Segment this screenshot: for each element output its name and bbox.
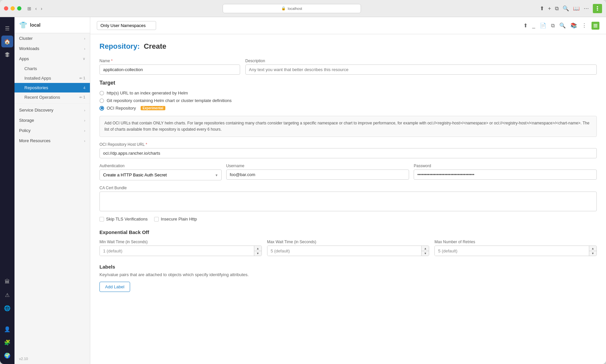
more-icon[interactable]: ⋯ xyxy=(584,5,589,12)
max-wait-spinner-btns: ▲ ▼ xyxy=(421,246,429,256)
description-input[interactable] xyxy=(245,65,597,75)
sidebar-item-service-discovery[interactable]: Service Discovery › xyxy=(14,105,90,115)
name-label: Name * xyxy=(99,59,240,63)
svg-rect-0 xyxy=(593,24,597,25)
sidebar-item-workloads[interactable]: Workloads › xyxy=(14,43,90,54)
max-retries-label: Max Number of Retries xyxy=(434,240,597,244)
url-field[interactable]: 🔒 localhost xyxy=(223,4,361,13)
sidebar-item-more-resources[interactable]: More Resources › xyxy=(14,136,90,146)
exp-row: Min Wait Time (in Seconds) ▲ ▼ Max Wait … xyxy=(99,240,597,256)
sidebar-item-workloads-label: Workloads xyxy=(19,46,39,51)
bookmark-icon[interactable]: 📚 xyxy=(570,22,577,29)
copy-icon[interactable]: ⧉ xyxy=(551,23,555,29)
sidebar-item-policy[interactable]: Policy › xyxy=(14,125,90,136)
workloads-chevron-icon: › xyxy=(84,47,85,51)
username-input[interactable] xyxy=(226,169,409,180)
checkbox-row: Skip TLS Verifications Insecure Plain Ht… xyxy=(99,217,597,221)
maximize-button[interactable] xyxy=(17,6,21,11)
sidebar-item-storage[interactable]: Storage › xyxy=(14,115,90,125)
sidebar-subitem-installed-apps-label: Installed Apps xyxy=(24,76,51,81)
new-tab-icon[interactable]: + xyxy=(548,6,551,12)
back-button[interactable]: ‹ xyxy=(34,5,38,12)
min-wait-up-button[interactable]: ▲ xyxy=(254,246,262,251)
globe-icon[interactable]: 🌍 xyxy=(1,350,13,361)
max-wait-up-button[interactable]: ▲ xyxy=(422,246,429,251)
top-search-icon[interactable]: 🔍 xyxy=(559,22,566,29)
radio-http-label: http(s) URL to an index generated by Hel… xyxy=(107,91,188,95)
page-title-text: Create xyxy=(144,42,166,50)
max-retries-input[interactable] xyxy=(435,246,589,256)
radio-http[interactable]: http(s) URL to an index generated by Hel… xyxy=(99,91,597,95)
sidebar-item-storage-label: Storage xyxy=(19,118,34,123)
max-wait-input[interactable] xyxy=(267,246,422,256)
file-icon[interactable]: 📄 xyxy=(540,22,546,29)
add-label-button[interactable]: Add Label xyxy=(99,282,130,292)
password-input[interactable] xyxy=(414,169,597,180)
rancher-logo xyxy=(593,4,602,13)
exp-section-title: Exponential Back Off xyxy=(99,229,597,235)
max-wait-label: Max Wait Time (in Seconds) xyxy=(267,240,429,244)
forward-button[interactable]: › xyxy=(40,5,44,12)
skip-tls-checkbox[interactable]: Skip TLS Verifications xyxy=(99,217,148,221)
max-retries-up-button[interactable]: ▲ xyxy=(589,246,596,251)
radio-oci[interactable]: OCI Repository Experimental xyxy=(99,106,597,111)
username-group: Username xyxy=(226,164,409,180)
max-retries-down-button[interactable]: ▼ xyxy=(589,251,596,256)
namespace-select[interactable]: Only User Namespaces xyxy=(97,21,156,30)
min-wait-input[interactable] xyxy=(100,246,254,256)
cluster-icon[interactable] xyxy=(1,49,13,61)
sidebar-item-service-discovery-label: Service Discovery xyxy=(19,108,53,113)
hamburger-menu-icon[interactable]: ☰ xyxy=(1,22,13,34)
ca-cert-input[interactable] xyxy=(99,192,597,211)
radio-oci-label: OCI Repository xyxy=(107,106,136,111)
max-wait-down-button[interactable]: ▼ xyxy=(422,251,429,256)
skip-tls-checkbox-box xyxy=(99,217,104,221)
max-retries-group: Max Number of Retries ▲ ▼ xyxy=(434,240,597,256)
name-input[interactable] xyxy=(99,65,240,75)
network-icon[interactable]: 🌐 xyxy=(1,302,13,314)
min-wait-label: Min Wait Time (in Seconds) xyxy=(99,240,262,244)
radio-git[interactable]: Git repository containing Helm chart or … xyxy=(99,98,597,103)
building-icon[interactable]: 🏛 xyxy=(1,276,13,288)
minimize-button[interactable] xyxy=(11,6,15,11)
top-bar-right: ⬆ _ 📄 ⧉ 🔍 📚 ⋮ xyxy=(523,22,599,30)
sidebar-item-apps[interactable]: Apps ∨ xyxy=(14,54,90,64)
breadcrumb-label: Repository: xyxy=(99,42,140,50)
auth-select[interactable]: Create a HTTP Basic Auth Secret xyxy=(99,169,222,180)
rancher-logo-top xyxy=(592,22,599,30)
warning-icon[interactable]: ⚠ xyxy=(1,289,13,301)
tabs-icon[interactable]: ⧉ xyxy=(555,6,559,12)
terminal-icon[interactable]: _ xyxy=(532,23,535,29)
radio-git-label: Git repository containing Helm chart or … xyxy=(107,98,232,103)
sidebar-subitem-recent-ops[interactable]: Recent Operations ⇐ 1 xyxy=(14,92,90,102)
description-label: Description xyxy=(245,59,597,63)
search-icon[interactable]: 🔍 xyxy=(563,5,569,12)
sidebar-subitem-repositories[interactable]: Repositories 4 xyxy=(14,83,90,92)
labels-description: Key/value pairs that are attached to obj… xyxy=(99,272,597,277)
nav-controls: ⊞ ‹ › xyxy=(26,5,43,12)
insecure-plain-checkbox[interactable]: Insecure Plain Http xyxy=(154,217,197,221)
oci-host-input[interactable] xyxy=(99,148,597,158)
reader-icon[interactable]: 📖 xyxy=(573,5,580,12)
service-discovery-chevron-icon: › xyxy=(84,108,85,112)
user-icon[interactable]: 👤 xyxy=(1,323,13,335)
sidebar-item-more-resources-label: More Resources xyxy=(19,138,50,143)
close-button[interactable] xyxy=(4,6,8,11)
sidebar-item-cluster-label: Cluster xyxy=(19,36,33,41)
min-wait-down-button[interactable]: ▼ xyxy=(254,251,262,256)
sidebar-item-cluster[interactable]: Cluster › xyxy=(14,33,90,43)
installed-apps-badge: ⇐ 1 xyxy=(79,76,85,80)
sidebar-subitem-installed-apps[interactable]: Installed Apps ⇐ 1 xyxy=(14,73,90,83)
sidebar-subitem-charts[interactable]: Charts xyxy=(14,64,90,73)
target-section: Target http(s) URL to an index generated… xyxy=(99,80,597,221)
share-icon[interactable]: ⬆ xyxy=(540,5,544,12)
password-label: Password xyxy=(414,164,597,168)
labels-section-title: Labels xyxy=(99,264,597,270)
sidebar-toggle-button[interactable]: ⊞ xyxy=(26,5,33,12)
oci-info-box: Add OCI URLs that contain ONLY helm char… xyxy=(99,116,597,137)
upload-icon[interactable]: ⬆ xyxy=(523,22,528,29)
kebab-icon[interactable]: ⋮ xyxy=(582,22,587,29)
puzzle-icon[interactable]: 🧩 xyxy=(1,336,13,348)
home-icon[interactable]: 🏠 xyxy=(1,36,13,47)
top-bar: Only User Namespaces ⬆ _ 📄 ⧉ 🔍 📚 ⋮ xyxy=(90,17,606,34)
